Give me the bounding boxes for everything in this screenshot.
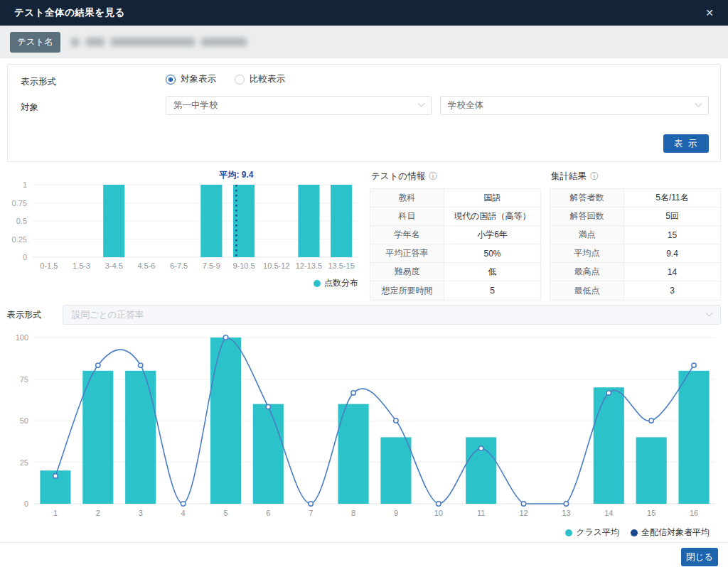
close-button[interactable]: 閉じる xyxy=(681,548,718,566)
table-row-value: 現代の国語（高等） xyxy=(444,207,540,225)
radio-compare-label: 比較表示 xyxy=(250,73,285,85)
svg-text:4: 4 xyxy=(181,509,186,517)
svg-text:13: 13 xyxy=(562,509,570,517)
svg-text:4.5-6: 4.5-6 xyxy=(137,261,155,270)
svg-text:1: 1 xyxy=(23,180,27,189)
table-row: 平均点9.4 xyxy=(550,244,720,263)
table-row-label: 最低点 xyxy=(550,281,624,300)
svg-text:100: 100 xyxy=(16,333,28,342)
svg-text:7.5-9: 7.5-9 xyxy=(203,261,220,270)
modal-title: テスト全体の結果を見る xyxy=(14,6,125,19)
table-row: 最高点14 xyxy=(550,263,720,281)
question-rate-select-value: 設問ごとの正答率 xyxy=(72,309,144,321)
score-distribution-legend: 点数分布 xyxy=(7,277,361,289)
table-row-label: 学年名 xyxy=(370,226,444,244)
table-row: 最低点3 xyxy=(550,281,720,300)
radio-compare-display[interactable]: 比較表示 xyxy=(235,73,285,85)
school-select-value: 第一中学校 xyxy=(173,99,218,112)
test-info-title: テストの情報 xyxy=(371,171,425,183)
svg-text:0.75: 0.75 xyxy=(12,199,27,207)
info-icon[interactable]: ⓘ xyxy=(429,171,437,183)
legend-dot-icon xyxy=(314,280,321,287)
summary-section: 00.250.50.7510-1.51.5-33-4.54.5-66-7.57.… xyxy=(0,165,728,301)
svg-text:0.5: 0.5 xyxy=(16,217,27,225)
svg-text:12-13.5: 12-13.5 xyxy=(296,261,322,270)
table-row: 平均正答率50% xyxy=(370,244,540,263)
legend-item: 全配信対象者平均 xyxy=(631,526,710,539)
svg-text:1.5-3: 1.5-3 xyxy=(73,261,90,270)
scope-select[interactable]: 学校全体 xyxy=(440,96,709,115)
legend-label: 全配信対象者平均 xyxy=(641,526,710,539)
info-icon[interactable]: ⓘ xyxy=(590,171,599,183)
show-button[interactable]: 表 示 xyxy=(663,134,709,153)
blurred-icon xyxy=(70,38,80,47)
table-row-value: 低 xyxy=(444,263,540,281)
table-row-label: 最高点 xyxy=(550,263,624,281)
table-row-label: 想定所要時間 xyxy=(370,281,444,300)
svg-text:50: 50 xyxy=(20,416,28,425)
table-row-value: 3 xyxy=(624,281,720,300)
test-name-bar: テスト名 xyxy=(0,26,728,58)
table-row-value: 14 xyxy=(624,263,720,281)
modal-header: テスト全体の結果を見る ✕ xyxy=(0,0,728,26)
question-rate-select[interactable]: 設問ごとの正答率 xyxy=(63,305,721,325)
legend-dot-icon xyxy=(565,529,572,536)
table-row: 科目現代の国語（高等） xyxy=(370,207,540,226)
table-row-value: 50% xyxy=(444,244,540,262)
svg-text:2: 2 xyxy=(96,509,100,517)
svg-text:0: 0 xyxy=(23,253,27,261)
svg-text:8: 8 xyxy=(351,509,355,517)
table-row: 教科国語 xyxy=(370,189,540,207)
radio-target-label: 対象表示 xyxy=(181,73,216,85)
svg-text:0-1.5: 0-1.5 xyxy=(40,261,58,270)
close-icon[interactable]: ✕ xyxy=(705,8,714,18)
svg-text:3-4.5: 3-4.5 xyxy=(105,261,123,270)
test-info-table: 教科国語科目現代の国語（高等）学年名小学6年平均正答率50%難易度低想定所要時間… xyxy=(370,188,541,301)
question-rate-legend: クラス平均 全配信対象者平均 xyxy=(7,526,721,539)
svg-text:9-10.5: 9-10.5 xyxy=(232,261,255,270)
radio-unselected-icon xyxy=(235,75,245,85)
score-distribution-svg: 00.250.50.7510-1.51.5-33-4.54.5-66-7.57.… xyxy=(7,166,360,274)
svg-text:10: 10 xyxy=(434,509,443,517)
legend-label: クラス平均 xyxy=(576,526,619,539)
chevron-down-icon xyxy=(695,100,702,107)
svg-text:75: 75 xyxy=(20,375,28,384)
table-row-value: 15 xyxy=(624,226,720,244)
aggregate-title: 集計結果 xyxy=(551,171,587,183)
display-format-label: 表示形式 xyxy=(21,76,56,88)
question-rate-label: 表示形式 xyxy=(7,309,63,321)
table-row-value: 5 xyxy=(444,281,540,300)
svg-text:11: 11 xyxy=(477,509,485,517)
display-format-radio-group: 対象表示 比較表示 xyxy=(166,73,304,85)
legend-item: クラス平均 xyxy=(565,526,619,539)
svg-text:12: 12 xyxy=(519,509,528,517)
table-row: 学年名小学6年 xyxy=(370,226,540,244)
svg-text:0: 0 xyxy=(24,500,28,508)
svg-text:6-7.5: 6-7.5 xyxy=(170,261,188,270)
svg-text:14: 14 xyxy=(604,509,613,517)
svg-text:10.5-12: 10.5-12 xyxy=(263,261,289,270)
score-distribution-chart: 00.250.50.7510-1.51.5-33-4.54.5-66-7.57.… xyxy=(7,166,361,301)
legend-label: 点数分布 xyxy=(324,277,358,289)
svg-text:13.5-15: 13.5-15 xyxy=(328,261,354,270)
chevron-down-icon xyxy=(706,309,713,316)
table-row-label: 解答回数 xyxy=(550,207,624,225)
school-select[interactable]: 第一中学校 xyxy=(166,96,432,115)
scope-select-value: 学校全体 xyxy=(448,99,483,112)
svg-text:9: 9 xyxy=(394,509,398,517)
radio-target-display[interactable]: 対象表示 xyxy=(166,73,216,85)
table-row: 想定所要時間5 xyxy=(370,281,540,300)
table-row-value: 小学6年 xyxy=(444,226,540,244)
aggregate-table: 解答者数5名/11名解答回数5回満点15平均点9.4最高点14最低点3 xyxy=(550,188,721,301)
table-row-label: 解答者数 xyxy=(550,189,624,207)
svg-text:15: 15 xyxy=(647,509,655,517)
table-row-value: 5回 xyxy=(624,207,720,225)
radio-selected-icon xyxy=(166,75,176,85)
question-rate-chart: 025507510012345678910111213141516 クラス平均 … xyxy=(0,328,728,539)
table-row-label: 難易度 xyxy=(370,263,444,281)
svg-text:25: 25 xyxy=(20,458,28,467)
test-info-panel: テストの情報 ⓘ 教科国語科目現代の国語（高等）学年名小学6年平均正答率50%難… xyxy=(370,166,541,301)
svg-text:7: 7 xyxy=(309,509,313,517)
svg-text:平均: 9.4: 平均: 9.4 xyxy=(218,170,253,180)
target-label: 対象 xyxy=(21,102,38,114)
